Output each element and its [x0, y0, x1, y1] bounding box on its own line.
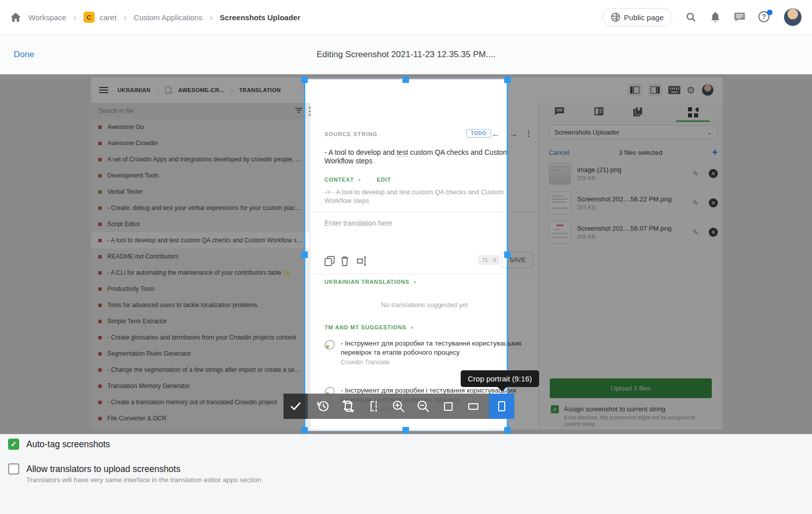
notifications-bell-icon[interactable] — [710, 12, 721, 23]
crop-handle-bottom-left[interactable] — [301, 427, 308, 434]
messages-icon[interactable] — [734, 12, 745, 23]
breadcrumb-section[interactable]: Custom Applications — [134, 13, 202, 22]
chevron-down-icon: ▾ — [358, 177, 360, 183]
todo-badge: TODO — [466, 129, 491, 138]
crop-handle-top-center[interactable] — [402, 76, 409, 83]
no-translations-text: No translations suggested yet — [310, 301, 539, 309]
crop-tooltip: Crop portrait (9:16) — [461, 370, 539, 387]
crop-handle-mid-left[interactable] — [301, 251, 308, 258]
globe-icon — [611, 13, 620, 22]
flip-button[interactable] — [365, 398, 382, 415]
panel-drag-handle-icon — [307, 107, 313, 116]
public-page-label: Public page — [624, 13, 664, 22]
search-icon[interactable] — [685, 12, 697, 23]
crop-handle-bottom-right[interactable] — [504, 427, 511, 434]
crop-handle-top-right[interactable] — [504, 76, 511, 83]
tm-mt-suggestions-header: TM AND MT SUGGESTIONS — [324, 324, 407, 330]
edit-context-button: EDIT — [377, 177, 391, 183]
allow-translators-checkbox-unchecked[interactable] — [8, 463, 19, 475]
source-string-label: SOURCE STRING — [324, 131, 378, 137]
user-avatar[interactable] — [784, 8, 802, 26]
select-text-icon — [357, 256, 367, 266]
zoom-in-button[interactable] — [390, 398, 407, 415]
chevron-right-icon: › — [124, 12, 127, 23]
editing-title: Editing Screenshot 2021-11-23 12.35.35 P… — [0, 50, 812, 60]
top-bar: Workspace › C caret › Custom Application… — [0, 0, 812, 34]
crowdin-translate-icon — [324, 340, 335, 350]
auto-tag-checkbox-checked[interactable]: ✓ — [8, 439, 19, 450]
clear-translation-icon — [341, 256, 351, 266]
caret-logo: C — [84, 12, 95, 23]
notification-dot — [767, 10, 773, 15]
ukrainian-translations-header: UKRAINIAN TRANSLATIONS — [324, 279, 410, 285]
previous-string-icon: ← — [492, 129, 500, 139]
screenshot-edit-bar: Done Editing Screenshot 2021-11-23 12.35… — [0, 34, 812, 74]
crop-handle-top-left[interactable] — [301, 76, 308, 83]
breadcrumb: Workspace › C caret › Custom Application… — [10, 12, 300, 23]
highlighted-term: test — [396, 148, 408, 157]
char-counter: 71 · 0 — [478, 255, 500, 265]
breadcrumb-project[interactable]: caret — [100, 13, 116, 22]
crop-square-button[interactable] — [440, 398, 457, 415]
crop-dim-overlay — [508, 74, 812, 434]
suggestion-source: Crowdin Translate — [341, 359, 527, 366]
crop-portrait-button[interactable] — [489, 394, 514, 419]
crop-landscape-button[interactable] — [465, 398, 482, 415]
translation-input: Enter translation here — [324, 219, 392, 227]
context-text: -> - A tool to develop and test custom Q… — [324, 188, 517, 205]
tm-suggestion: - Інструмент для розробки та тестування … — [324, 339, 527, 366]
source-string-text: - A tool to develop and test custom QA c… — [324, 148, 521, 165]
apply-crop-button[interactable] — [283, 394, 308, 419]
copy-source-icon — [324, 256, 335, 266]
chevron-right-icon: › — [73, 12, 76, 23]
rotate-crop-button[interactable] — [340, 398, 357, 415]
help-icon[interactable]: ? — [758, 11, 770, 23]
screenshot-settings: ✓ Auto-tag screenshots Allow translators… — [0, 434, 812, 514]
breadcrumb-current: Screenshots Uploader — [220, 13, 300, 22]
chevron-right-icon: › — [210, 12, 213, 23]
allow-translators-description: Translators will have very same interfac… — [26, 476, 261, 484]
crop-handle-mid-right[interactable] — [504, 251, 511, 258]
crop-handle-bottom-center[interactable] — [402, 427, 409, 434]
crop-editor-canvas: UKRAINIAN › JSON AWESOME-CR... › TRANSLA… — [0, 74, 812, 434]
public-page-button[interactable]: Public page — [602, 8, 672, 26]
breadcrumb-workspace[interactable]: Workspace — [28, 13, 66, 22]
home-icon[interactable] — [10, 12, 21, 23]
crop-toolbar — [283, 394, 514, 419]
context-label: CONTEXT — [324, 177, 354, 183]
chevron-down-icon: ▾ — [414, 279, 416, 285]
zoom-out-button[interactable] — [415, 398, 432, 415]
auto-tag-label: Auto-tag screenshots — [26, 439, 110, 450]
chevron-down-icon: ▾ — [411, 325, 413, 330]
crop-dim-overlay — [0, 74, 304, 434]
allow-translators-label: Allow translators to upload screenshots — [26, 464, 180, 475]
reset-history-button[interactable] — [315, 398, 332, 415]
